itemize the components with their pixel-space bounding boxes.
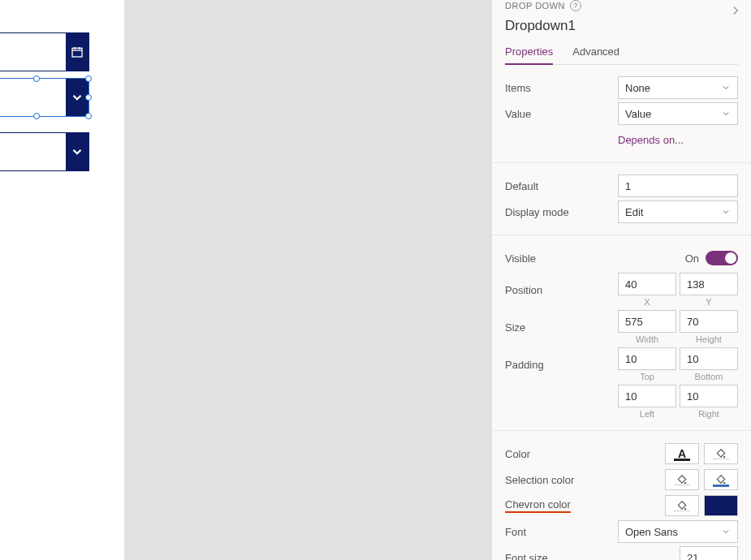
- items-label: Items: [505, 82, 611, 94]
- padding-bottom-input[interactable]: [680, 347, 738, 370]
- display-mode-select[interactable]: Edit: [618, 200, 738, 223]
- font-size-label: Font size: [505, 552, 611, 561]
- canvas-dropdown-2[interactable]: [0, 132, 89, 171]
- control-name[interactable]: Dropdown1: [505, 18, 738, 34]
- color-label: Color: [505, 448, 611, 460]
- svg-point-6: [723, 482, 725, 484]
- position-x-input[interactable]: [618, 273, 676, 295]
- depends-on-link[interactable]: Depends on...: [618, 134, 738, 146]
- canvas-background[interactable]: [124, 0, 491, 560]
- selection-fill-color-button[interactable]: [704, 469, 738, 490]
- help-icon[interactable]: ?: [570, 0, 581, 11]
- svg-point-7: [684, 508, 686, 510]
- font-size-input[interactable]: [680, 546, 738, 560]
- padding-left-input[interactable]: [618, 385, 676, 407]
- position-y-input[interactable]: [680, 273, 738, 295]
- control-type-crumb[interactable]: DROP DOWN: [505, 1, 565, 11]
- chevron-color-label: Chevron color: [505, 498, 571, 513]
- chevron-down-icon: [721, 527, 731, 536]
- chevron-down-icon: [721, 109, 731, 118]
- visible-value: On: [685, 252, 699, 265]
- value-select[interactable]: Value: [618, 102, 738, 125]
- padding-right-input[interactable]: [680, 385, 738, 407]
- size-label: Size: [505, 321, 611, 334]
- selection-text-color-button[interactable]: [665, 469, 699, 490]
- chevron-down-icon: [721, 83, 731, 93]
- chevron-down-icon: [721, 207, 731, 217]
- font-label: Font: [505, 526, 611, 538]
- value-label: Value: [505, 108, 611, 120]
- svg-rect-0: [72, 48, 82, 57]
- default-input[interactable]: [618, 174, 738, 197]
- tab-advanced[interactable]: Advanced: [572, 41, 619, 64]
- size-width-input[interactable]: [618, 310, 676, 333]
- display-mode-label: Display mode: [505, 206, 611, 218]
- default-label: Default: [505, 180, 611, 192]
- text-color-button[interactable]: A: [665, 443, 699, 464]
- svg-point-4: [723, 456, 725, 458]
- chevron-down-icon: [66, 133, 88, 170]
- items-select[interactable]: None: [618, 76, 738, 99]
- visible-label: Visible: [505, 252, 611, 265]
- fill-color-button[interactable]: [704, 443, 738, 464]
- selection-color-label: Selection color: [505, 474, 611, 486]
- calendar-icon: [66, 33, 88, 71]
- properties-panel: DROP DOWN ? Dropdown1 Properties Advance…: [491, 0, 751, 560]
- canvas-dropdown-selected[interactable]: [0, 78, 89, 117]
- collapse-panel-icon[interactable]: [728, 3, 743, 20]
- chevron-bg-color-swatch[interactable]: [704, 495, 738, 516]
- svg-point-5: [684, 482, 686, 484]
- canvas-datepicker[interactable]: [0, 32, 89, 71]
- padding-top-input[interactable]: [618, 347, 676, 370]
- tab-properties[interactable]: Properties: [505, 41, 553, 64]
- padding-label: Padding: [505, 359, 611, 371]
- position-label: Position: [505, 284, 611, 296]
- visible-toggle[interactable]: [706, 251, 738, 265]
- font-select[interactable]: Open Sans: [618, 520, 738, 543]
- size-height-input[interactable]: [680, 310, 738, 333]
- chevron-fill-color-button[interactable]: [665, 495, 699, 516]
